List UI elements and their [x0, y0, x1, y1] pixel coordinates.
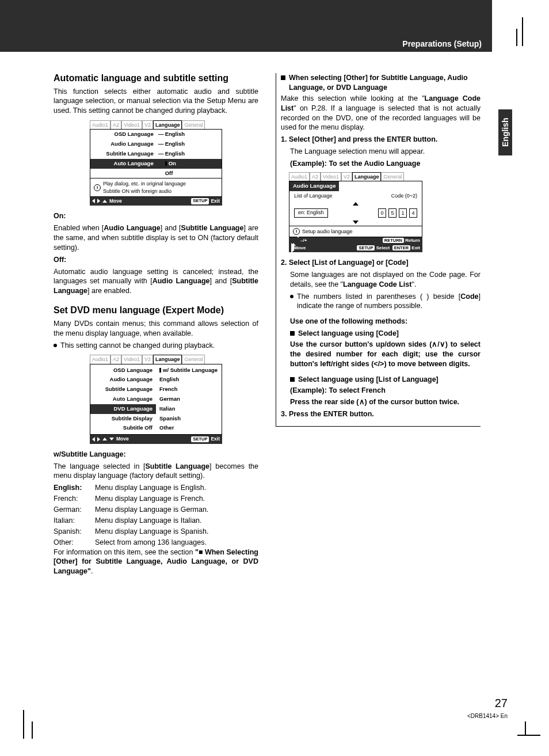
step-3: 3. Press the ENTER button. [281, 409, 481, 419]
def-key: English: [54, 483, 95, 493]
on-label: On: [54, 212, 66, 220]
osd-tab: A2 [310, 172, 321, 181]
right-arrow-icon [97, 199, 100, 203]
language-definition-list: English:Menu display Language is English… [54, 483, 258, 547]
step-1-sub: The Language selection menu will appear. [290, 147, 481, 157]
osd-sep [157, 170, 165, 177]
osd-audio-language: Audio1 A2 Video1 V2 Language General Aud… [289, 172, 422, 252]
osd-tab: Audio1 [90, 355, 110, 363]
method-code: Select language using [Code] [290, 329, 481, 339]
return-pill: RETURN [383, 238, 404, 243]
off-text: Automatic audio language setting is canc… [54, 267, 258, 297]
def-key: German: [54, 505, 95, 515]
osd-tab: A2 [110, 120, 121, 129]
def-val: Menu display Language is English. [95, 483, 258, 493]
osd-body: OSD Languagew/ Subtitle Language Audio L… [90, 364, 222, 435]
def-key: Other: [54, 538, 95, 548]
osd-foot-label: Exit [211, 198, 220, 204]
osd-tab-active: Language [352, 172, 382, 181]
osd-value: Spanish [156, 414, 222, 424]
osd-label: Subtitle Language [90, 385, 156, 394]
osd-footer: Move SETUPExit [90, 197, 222, 206]
page-number: 27 [495, 697, 508, 710]
osd-tab: V2 [142, 355, 153, 363]
digit: 5 [388, 208, 396, 218]
digit: 1 [399, 208, 407, 218]
osd-list-label: List of Language [294, 192, 333, 199]
def-val: Menu display Language is Spanish. [95, 527, 258, 537]
osd-foot-label: Exit [211, 436, 220, 442]
osd-tab: Video1 [321, 172, 341, 181]
crop-mark-icon [514, 721, 549, 756]
heading-dvd-menu-language: Set DVD menu language (Expert Mode) [54, 304, 258, 317]
osd-value: English [165, 150, 185, 158]
info-icon: i [293, 228, 300, 235]
section-title: Preparations (Setup) [402, 39, 482, 48]
up-arrow-icon [353, 202, 359, 206]
osd-sep [157, 160, 165, 168]
off-label: Off: [54, 256, 66, 264]
bullet-item: This setting cannot be changed during pl… [54, 341, 258, 351]
def-key: Spanish: [54, 527, 95, 537]
osd-label: Audio Language [90, 375, 156, 385]
code-digits: 0 5 1 4 [378, 208, 417, 218]
step-1-example: (Example): To set the Audio Language [290, 159, 481, 169]
down-arrow-icon [109, 438, 114, 440]
osd-tabs: Audio1 A2 Video1 V2 Language General [90, 355, 222, 363]
osd-label: Subtitle Display [90, 414, 156, 424]
bullet-text: The numbers listed in parentheses ( ) be… [297, 292, 481, 311]
osd-info-line: Play dialog, etc. in original language [103, 180, 186, 187]
osd-value: French [156, 385, 222, 394]
document-id: <DRB1414> En [467, 713, 508, 719]
osd-value: Italian [156, 404, 222, 414]
method-code-body: Use the cursor button's up/down sides (∧… [290, 340, 481, 369]
osd-tab: Video1 [121, 355, 142, 363]
use-one-heading: Use one of the following methods: [290, 317, 481, 326]
osd-foot-label: –/+ [300, 238, 307, 243]
language-tab: English [498, 109, 512, 155]
bullet-icon [290, 295, 293, 298]
osd-foot-label: Select [376, 245, 390, 250]
off-block: Off: [54, 255, 258, 265]
osd-info-line: Subtitle ON with foreign audio [103, 188, 186, 195]
osd-tab: Video1 [121, 120, 142, 129]
osd-label: Audio Language [94, 140, 157, 148]
osd-value: On [165, 160, 176, 168]
content-columns: Automatic language and subtitle setting … [54, 72, 481, 579]
def-key: Italian: [54, 516, 95, 526]
osd-tabs: Audio1 A2 Video1 V2 Language General [289, 172, 422, 181]
setup-pill: SETUP [357, 245, 375, 250]
osd-label: Subtitle Off [90, 423, 156, 433]
header-band: Preparations (Setup) [0, 0, 492, 52]
wsub-heading: w/Subtitle Language: [54, 450, 258, 459]
left-arrow-icon [92, 199, 95, 203]
osd-foot-label: Move [294, 245, 306, 250]
left-arrow-icon [92, 437, 95, 442]
osd-tab: Audio1 [289, 172, 310, 181]
heading-other: When selecting [Other] for Subtitle Lang… [289, 73, 481, 93]
right-arrow-icon [97, 437, 100, 442]
method-list-body: Press the rear side (∧) of the cursor bu… [290, 397, 481, 407]
square-bullet-icon [290, 331, 295, 336]
up-arrow-icon [102, 200, 107, 203]
def-key: French: [54, 494, 95, 504]
wsub-text: The language selected in [Subtitle Langu… [54, 462, 258, 481]
step-2: 2. Select [List of Language] or [Code] [281, 258, 481, 268]
osd-tab: V2 [341, 172, 352, 181]
down-arrow-icon [296, 235, 300, 243]
method-list: Select language using [List of Language] [290, 375, 481, 385]
osd-foot-label: Return [405, 238, 420, 243]
on-block: On: [54, 211, 258, 221]
info-icon: i [94, 184, 101, 191]
method-heading: Select language using [Code] [298, 329, 399, 339]
osd-info: i Play dialog, etc. in original language… [90, 178, 222, 196]
crop-mark-icon [503, 0, 549, 52]
square-bullet-icon [281, 75, 285, 80]
osd-code-label: Code (0~2) [391, 192, 417, 199]
osd-label [94, 170, 157, 177]
digit: 4 [409, 208, 417, 218]
osd-foot-label: Move [109, 198, 122, 204]
osd-footer: –/+RETURN Return MoveSETUP Select ENTER … [289, 237, 422, 252]
osd-sep: — [157, 131, 165, 138]
osd-dvd-language: Audio1 A2 Video1 V2 Language General OSD… [90, 355, 222, 443]
